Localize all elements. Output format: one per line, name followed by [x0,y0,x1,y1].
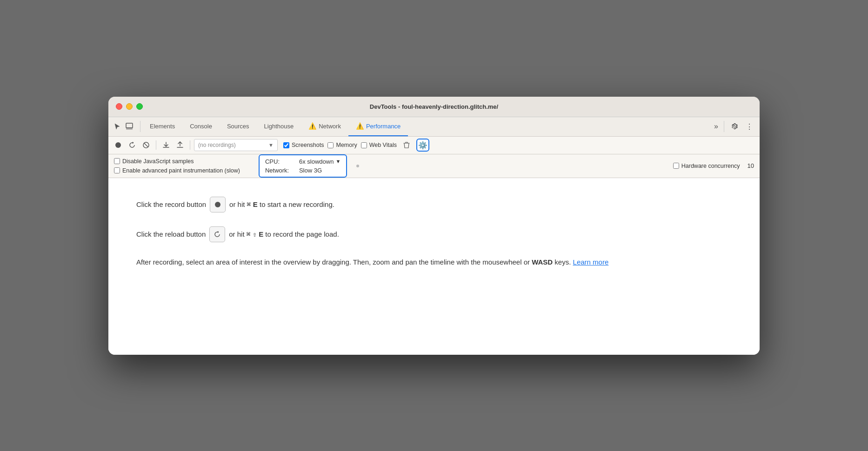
memory-checkbox-label[interactable]: Memory [327,142,357,148]
import-button[interactable] [160,139,172,151]
advanced-paint-checkbox[interactable] [114,167,120,173]
performance-warning-icon: ⚠️ [356,122,364,130]
tab-console[interactable]: Console [182,117,220,136]
hardware-concurrency-checkbox[interactable] [673,163,679,169]
capture-settings-row: Disable JavaScript samples Enable advanc… [108,154,760,178]
settings-button[interactable] [728,120,741,133]
svg-line-4 [144,143,148,147]
tab-separator [140,121,140,132]
devtools-window: DevTools - foul-heavenly-direction.glitc… [108,97,760,355]
more-tabs-button[interactable]: » [710,117,722,136]
web-vitals-checkbox-label[interactable]: Web Vitals [361,142,397,148]
svg-rect-1 [126,127,133,130]
cpu-throttle-row: CPU: 6x slowdown ▼ [265,158,341,165]
delete-recordings-button[interactable] [401,139,413,151]
reload-record-button[interactable] [126,139,138,151]
settings-checkboxes: Disable JavaScript samples Enable advanc… [114,155,240,177]
tab-sources[interactable]: Sources [220,117,257,136]
learn-more-link[interactable]: Learn more [573,258,609,266]
reload-inline-icon [209,226,225,242]
network-warning-icon: ⚠️ [308,122,316,130]
network-throttle-row: Network: Slow 3G [265,167,341,174]
clear-button[interactable] [140,139,152,151]
dock-icon[interactable] [124,121,134,132]
tab-bar-actions: ⋮ [728,120,756,133]
disable-js-samples-checkbox[interactable] [114,158,120,164]
separator-dot [356,165,359,167]
memory-checkbox[interactable] [327,142,334,148]
title-bar: DevTools - foul-heavenly-direction.glitc… [108,97,760,117]
svg-point-2 [115,142,121,148]
tab-performance[interactable]: ⚠️ Performance [348,117,408,136]
reload-instruction: Click the reload button or hit ⌘ ⇧ E to … [136,226,732,242]
maximize-button[interactable] [136,103,143,110]
devtools-controls [112,121,134,132]
recordings-dropdown[interactable]: (no recordings) ▼ [194,139,278,151]
toolbar-separator-2 [190,140,190,150]
toolbar-separator-1 [156,140,156,150]
cpu-dropdown-arrow-icon: ▼ [335,159,341,164]
minimize-button[interactable] [126,103,133,110]
toolbar-options: Screenshots Memory Web Vitals ⚙️ [283,139,429,152]
screenshots-checkbox[interactable] [283,142,289,148]
performance-toolbar: (no recordings) ▼ Screenshots Memory Web… [108,137,760,154]
svg-point-5 [215,202,220,207]
web-vitals-checkbox[interactable] [361,142,367,148]
record-button[interactable] [112,139,124,151]
cpu-network-throttle-box: CPU: 6x slowdown ▼ Network: Slow 3G [259,154,347,178]
disable-js-samples-label[interactable]: Disable JavaScript samples [114,158,240,165]
tab-elements[interactable]: Elements [142,117,182,136]
traffic-lights [116,103,143,110]
tab-network[interactable]: ⚠️ Network [301,117,348,136]
dropdown-arrow-icon: ▼ [268,142,274,148]
window-title: DevTools - foul-heavenly-direction.glitc… [370,103,498,110]
main-content: Click the record button or hit ⌘ E to st… [108,178,760,355]
tab-bar: Elements Console Sources Lighthouse ⚠️ N… [108,117,760,137]
more-options-button[interactable]: ⋮ [743,120,756,133]
tabs: Elements Console Sources Lighthouse ⚠️ N… [142,117,710,136]
capture-settings-button[interactable]: ⚙️ [416,139,429,152]
close-button[interactable] [116,103,122,110]
hardware-concurrency-setting: Hardware concurrency 10 [673,162,754,169]
description-text: After recording, select an area of inter… [136,256,732,268]
cpu-throttle-dropdown[interactable]: 6x slowdown ▼ [299,158,341,165]
svg-rect-0 [126,123,133,128]
screenshots-checkbox-label[interactable]: Screenshots [283,142,324,148]
tab-separator-right [724,121,724,132]
cursor-icon[interactable] [112,121,122,132]
hardware-concurrency-label[interactable]: Hardware concurrency [673,163,740,169]
record-instruction: Click the record button or hit ⌘ E to st… [136,197,732,212]
record-inline-icon [210,197,226,212]
tab-lighthouse[interactable]: Lighthouse [257,117,301,136]
export-button[interactable] [174,139,186,151]
advanced-paint-label[interactable]: Enable advanced paint instrumentation (s… [114,167,240,174]
